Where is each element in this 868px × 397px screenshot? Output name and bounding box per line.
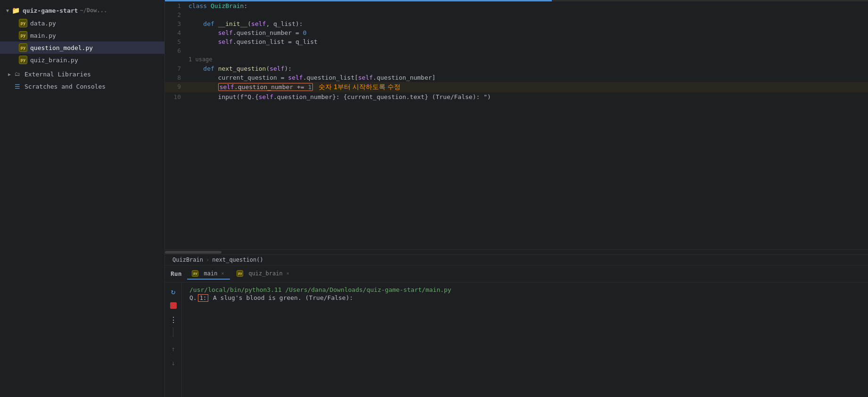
breadcrumb-separator: › — [206, 256, 209, 263]
project-path: ~/Dow... — [80, 7, 107, 14]
code-editor[interactable]: 1 class QuizBrain: 2 3 def __init__(self… — [165, 1, 868, 249]
line-number: 6 — [165, 46, 188, 55]
breadcrumb: QuizBrain › next_question() — [165, 254, 868, 265]
py-file-icon: py — [19, 19, 27, 27]
run-prompt-num: 1: — [198, 294, 208, 302]
run-path-text: /usr/local/bin/python3.11 /Users/dana/Do… — [189, 286, 451, 293]
line-content: def __init__(self, q_list): — [188, 19, 868, 28]
run-prompt-q: Q. — [189, 294, 197, 301]
run-label: Run — [171, 267, 181, 280]
file-question-model-py[interactable]: py question_model.py — [0, 41, 164, 54]
line-content: class QuizBrain: — [188, 1, 868, 10]
rerun-button[interactable]: ↻ — [167, 285, 180, 298]
code-line-9[interactable]: 9 self.question_number += 1숫자 1부터 시작하도록 … — [165, 82, 868, 92]
line-number: 7 — [165, 64, 188, 73]
project-expand-arrow[interactable] — [4, 8, 11, 13]
line-number: 2 — [165, 10, 188, 19]
line-number: 4 — [165, 28, 188, 37]
quiz-brain-tab-icon: py — [237, 270, 243, 277]
file-label: quiz_brain.py — [30, 57, 78, 64]
folder-icon: 📁 — [11, 6, 20, 15]
run-tab-quiz-brain[interactable]: py quiz_brain ✕ — [232, 268, 295, 280]
file-data-py[interactable]: py data.py — [0, 17, 164, 29]
line-number: 5 — [165, 37, 188, 46]
run-left-toolbar: ↻ ⋮ ↑ ↓ — [165, 282, 182, 397]
run-tabs: Run py main ✕ py quiz_brain ✕ — [165, 265, 868, 282]
quiz-brain-tab-label: quiz_brain — [248, 270, 282, 277]
line-content: current_question = self.question_list[se… — [188, 73, 868, 82]
file-label: data.py — [30, 20, 56, 27]
quiz-brain-tab-close[interactable]: ✕ — [285, 270, 291, 276]
line-content: def next_question(self): — [188, 64, 868, 73]
main-tab-icon: py — [192, 270, 198, 277]
toolbar-separator — [173, 328, 173, 337]
code-line-1[interactable]: 1 class QuizBrain: — [165, 1, 868, 10]
code-line-6[interactable]: 6 — [165, 46, 868, 55]
code-line-4[interactable]: 4 self.question_number = 0 — [165, 28, 868, 37]
line-number: 10 — [165, 92, 188, 101]
run-prompt-text: A slug's blood is green. (True/False): — [209, 294, 353, 301]
scrollbar-thumb[interactable] — [165, 251, 221, 254]
py-file-icon: py — [19, 43, 27, 52]
py-file-icon: py — [19, 31, 27, 40]
main-tab-close[interactable]: ✕ — [220, 270, 225, 276]
stop-icon — [170, 302, 177, 309]
more-options-button[interactable]: ⋮ — [167, 314, 180, 326]
main-container: 📁 quiz-game-start ~/Dow... py data.py py… — [0, 0, 868, 397]
run-tab-main[interactable]: py main ✕ — [187, 268, 230, 280]
file-quiz-brain-py[interactable]: py quiz_brain.py — [0, 54, 164, 66]
horizontal-scrollbar[interactable] — [165, 249, 868, 254]
code-line-5[interactable]: 5 self.question_list = q_list — [165, 37, 868, 46]
line-content: self.question_number += 1숫자 1부터 시작하도록 수정 — [188, 82, 868, 92]
sidebar: 📁 quiz-game-start ~/Dow... py data.py py… — [0, 0, 165, 397]
project-name: quiz-game-start — [23, 7, 78, 14]
line-content: self.question_list = q_list — [188, 37, 868, 46]
korean-annotation: 숫자 1부터 시작하도록 수정 — [319, 83, 400, 91]
usage-hint: 1 usage — [188, 55, 868, 64]
line-number: 9 — [165, 82, 188, 92]
ext-lib-arrow[interactable] — [6, 72, 13, 77]
editor-area: 1 class QuizBrain: 2 3 def __init__(self… — [165, 0, 868, 397]
scroll-down-button[interactable]: ↓ — [167, 357, 180, 369]
code-line-2[interactable]: 2 — [165, 10, 868, 19]
code-lines: 1 class QuizBrain: 2 3 def __init__(self… — [165, 1, 868, 101]
code-line-8[interactable]: 8 current_question = self.question_list[… — [165, 73, 868, 82]
usage-spacer: 6 — [165, 55, 188, 64]
line-content: self.question_number = 0 — [188, 28, 868, 37]
code-line-3[interactable]: 3 def __init__(self, q_list): — [165, 19, 868, 28]
scratches-label: Scratches and Consoles — [25, 83, 106, 90]
code-line-7[interactable]: 7 def next_question(self): — [165, 64, 868, 73]
stop-button[interactable] — [167, 299, 180, 312]
line-content — [188, 46, 868, 55]
scratches-and-consoles[interactable]: ☰ Scratches and Consoles — [0, 80, 164, 92]
ext-lib-label: External Libraries — [25, 71, 91, 78]
file-main-py[interactable]: py main.py — [0, 29, 164, 41]
breadcrumb-class[interactable]: QuizBrain — [172, 256, 203, 263]
code-line-10[interactable]: 10 input(f"Q.{self.question_number}: {cu… — [165, 92, 868, 101]
file-label: main.py — [30, 32, 56, 39]
run-output-prompt: Q.1: A slug's blood is green. (True/Fals… — [189, 294, 860, 302]
main-tab-label: main — [204, 270, 217, 277]
scroll-up-button[interactable]: ↑ — [167, 343, 180, 355]
file-label: question_model.py — [30, 44, 93, 51]
external-libraries[interactable]: 🗂 External Libraries — [0, 68, 164, 80]
run-content: ↻ ⋮ ↑ ↓ /usr/local/bin/pyth — [165, 282, 868, 397]
run-output-path: /usr/local/bin/python3.11 /Users/dana/Do… — [189, 286, 860, 293]
line-number: 3 — [165, 19, 188, 28]
breadcrumb-method[interactable]: next_question() — [212, 256, 263, 263]
run-panel: Run py main ✕ py quiz_brain ✕ — [165, 265, 868, 397]
line-content: input(f"Q.{self.question_number}: {curre… — [188, 92, 868, 101]
line-number: 8 — [165, 73, 188, 82]
py-file-icon: py — [19, 56, 27, 64]
line-number: 1 — [165, 1, 188, 10]
run-output: /usr/local/bin/python3.11 /Users/dana/Do… — [182, 282, 868, 397]
project-root[interactable]: 📁 quiz-game-start ~/Dow... — [0, 4, 164, 17]
line-content — [188, 10, 868, 19]
ext-lib-icon: 🗂 — [13, 70, 22, 78]
scratches-icon: ☰ — [13, 82, 22, 91]
usage-hint-row: 6 1 usage — [165, 55, 868, 64]
